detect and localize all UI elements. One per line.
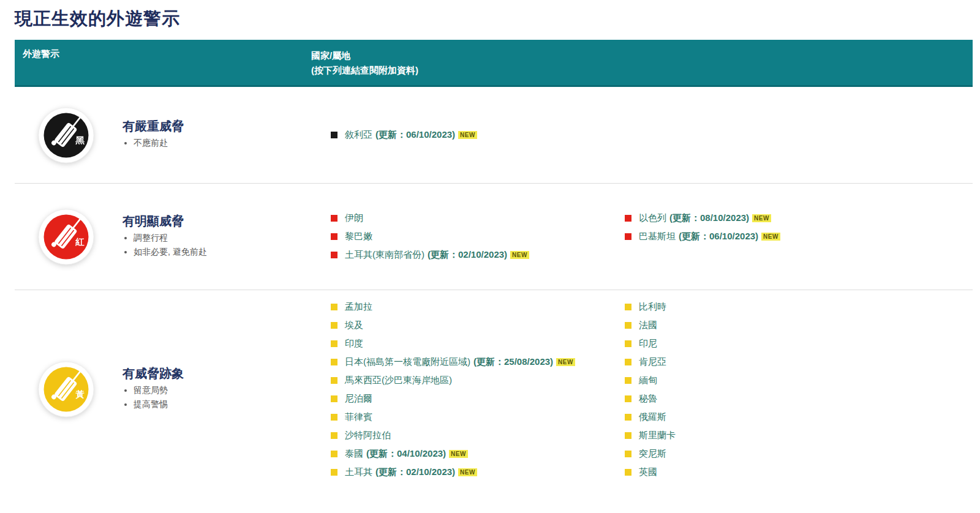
red-alert-countries: 伊朗黎巴嫩土耳其(東南部省份)(更新：02/10/2023)NEW 以色列(更新… <box>331 209 973 264</box>
country-list: 伊朗黎巴嫩土耳其(東南部省份)(更新：02/10/2023)NEW <box>331 209 625 264</box>
advice-item: 提高警惕 <box>134 399 331 410</box>
update-date: (更新：02/10/2023) <box>428 249 507 261</box>
new-badge: NEW <box>458 131 477 139</box>
country-list: 敘利亞(更新：06/10/2023)NEW <box>331 126 625 144</box>
yellow-alert-description: 有威脅跡象 留意局勢提高警惕 <box>123 365 331 413</box>
outbound-travel-alert-page: 現正生效的外遊警示 外遊警示 國家/屬地 (按下列連結查閱附加資料) 黑 有嚴重… <box>15 7 973 508</box>
country-link[interactable]: 秘魯 <box>639 393 657 405</box>
advice-item: 調整行程 <box>134 233 331 244</box>
country-list: 孟加拉埃及印度日本(福島第一核電廠附近區域)(更新：25/08/2023)NEW… <box>331 298 625 481</box>
country-link[interactable]: 緬甸 <box>639 375 657 386</box>
country-bullet-icon <box>625 377 631 384</box>
country-item: 秘魯 <box>625 389 676 408</box>
new-badge: NEW <box>510 251 529 259</box>
black-alert-icon: 黑 <box>15 106 123 165</box>
country-link[interactable]: 土耳其(東南部省份) <box>345 249 424 261</box>
country-item: 日本(福島第一核電廠附近區域)(更新：25/08/2023)NEW <box>331 353 625 371</box>
country-link[interactable]: 印度 <box>345 338 363 350</box>
yellow-alert-icon: 黃 <box>15 360 123 419</box>
country-link[interactable]: 土耳其 <box>345 466 372 478</box>
country-link[interactable]: 黎巴嫩 <box>345 231 372 242</box>
advice-item: 不應前赴 <box>134 138 331 149</box>
country-bullet-icon <box>331 432 337 439</box>
update-date: (更新：25/08/2023) <box>473 356 553 368</box>
country-item: 法國 <box>625 316 676 334</box>
country-bullet-icon <box>331 340 337 347</box>
country-bullet-icon <box>625 215 631 222</box>
country-bullet-icon <box>625 304 631 310</box>
alert-row-black: 黑 有嚴重威脅 不應前赴 敘利亞(更新：06/10/2023)NEW <box>15 87 973 184</box>
country-item: 以色列(更新：08/10/2023)NEW <box>625 209 780 228</box>
country-link[interactable]: 法國 <box>639 320 657 331</box>
country-link[interactable]: 泰國 <box>345 448 363 460</box>
country-bullet-icon <box>331 377 337 384</box>
country-bullet-icon <box>331 132 337 138</box>
country-link[interactable]: 印尼 <box>639 338 657 350</box>
country-link[interactable]: 斯里蘭卡 <box>639 430 676 441</box>
country-list: 以色列(更新：08/10/2023)NEW巴基斯坦(更新：06/10/2023)… <box>625 209 780 246</box>
country-item: 菲律賓 <box>331 408 625 426</box>
country-bullet-icon <box>625 233 631 240</box>
red-alert-icon: 紅 <box>15 208 123 266</box>
alert-level-title: 有明顯威脅 <box>123 213 331 230</box>
country-link[interactable]: 突尼斯 <box>639 448 666 460</box>
alert-row-yellow: 黃 有威脅跡象 留意局勢提高警惕 孟加拉埃及印度日本(福島第一核電廠附近區域)(… <box>15 290 973 508</box>
country-bullet-icon <box>331 215 337 222</box>
black-alert-description: 有嚴重威脅 不應前赴 <box>123 118 331 152</box>
svg-text:黑: 黑 <box>75 135 85 145</box>
country-link[interactable]: 巴基斯坦 <box>639 231 676 242</box>
country-link[interactable]: 英國 <box>639 466 657 478</box>
alert-advice-list: 留意局勢提高警惕 <box>123 385 331 410</box>
new-badge: NEW <box>761 233 780 241</box>
country-link[interactable]: 比利時 <box>639 301 666 313</box>
alert-level-title: 有嚴重威脅 <box>123 118 331 135</box>
country-bullet-icon <box>625 432 631 439</box>
country-link[interactable]: 伊朗 <box>345 212 363 224</box>
country-item: 肯尼亞 <box>625 353 676 371</box>
country-item: 印度 <box>331 334 625 353</box>
table-header-alert-column: 外遊警示 <box>23 47 311 78</box>
country-link[interactable]: 孟加拉 <box>345 301 372 313</box>
country-link[interactable]: 日本(福島第一核電廠附近區域) <box>345 356 470 368</box>
country-item: 土耳其(東南部省份)(更新：02/10/2023)NEW <box>331 246 625 264</box>
country-bullet-icon <box>625 451 631 457</box>
luggage-alert-icon: 黃 <box>37 360 96 419</box>
country-item: 俄羅斯 <box>625 408 676 426</box>
country-link[interactable]: 菲律賓 <box>345 411 372 423</box>
country-link[interactable]: 敘利亞 <box>345 129 372 141</box>
page-title: 現正生效的外遊警示 <box>15 7 973 31</box>
country-link[interactable]: 尼泊爾 <box>345 393 372 405</box>
country-bullet-icon <box>331 414 337 421</box>
new-badge: NEW <box>449 450 468 458</box>
country-bullet-icon <box>331 469 337 476</box>
country-bullet-icon <box>331 252 337 258</box>
alert-level-title: 有威脅跡象 <box>123 365 331 382</box>
svg-text:黃: 黃 <box>75 389 85 399</box>
update-date: (更新：02/10/2023) <box>375 466 455 478</box>
country-item: 緬甸 <box>625 371 676 389</box>
new-badge: NEW <box>458 468 477 476</box>
country-link[interactable]: 馬來西亞(沙巴東海岸地區) <box>345 375 452 386</box>
new-badge: NEW <box>556 358 575 366</box>
country-item: 巴基斯坦(更新：06/10/2023)NEW <box>625 228 780 246</box>
country-item: 敘利亞(更新：06/10/2023)NEW <box>331 126 625 144</box>
country-link[interactable]: 沙特阿拉伯 <box>345 430 391 441</box>
country-item: 印尼 <box>625 334 676 353</box>
country-link[interactable]: 俄羅斯 <box>639 411 666 423</box>
table-header-country-column: 國家/屬地 (按下列連結查閱附加資料) <box>311 47 973 78</box>
country-bullet-icon <box>331 322 337 329</box>
advice-item: 如非必要, 避免前赴 <box>134 247 331 258</box>
country-bullet-icon <box>331 395 337 402</box>
country-link[interactable]: 埃及 <box>345 320 363 331</box>
country-link[interactable]: 以色列 <box>639 212 666 224</box>
country-item: 土耳其(更新：02/10/2023)NEW <box>331 463 625 481</box>
country-bullet-icon <box>331 233 337 240</box>
red-alert-description: 有明顯威脅 調整行程如非必要, 避免前赴 <box>123 213 331 261</box>
country-bullet-icon <box>625 469 631 476</box>
alert-row-red: 紅 有明顯威脅 調整行程如非必要, 避免前赴 伊朗黎巴嫩土耳其(東南部省份)(更… <box>15 184 973 290</box>
country-item: 孟加拉 <box>331 298 625 316</box>
country-bullet-icon <box>625 359 631 365</box>
country-item: 斯里蘭卡 <box>625 426 676 444</box>
luggage-alert-icon: 黑 <box>37 106 96 165</box>
country-link[interactable]: 肯尼亞 <box>639 356 666 368</box>
